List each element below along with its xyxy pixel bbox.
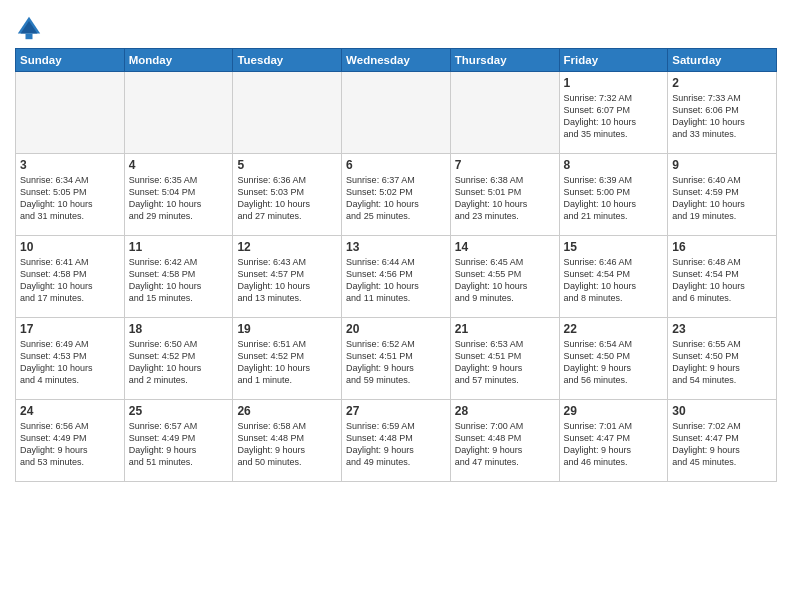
calendar-cell: 1Sunrise: 7:32 AM Sunset: 6:07 PM Daylig… [559, 72, 668, 154]
calendar-cell: 25Sunrise: 6:57 AM Sunset: 4:49 PM Dayli… [124, 400, 233, 482]
weekday-row: SundayMondayTuesdayWednesdayThursdayFrid… [16, 49, 777, 72]
cell-content: Sunrise: 6:43 AM Sunset: 4:57 PM Dayligh… [237, 256, 337, 305]
weekday-header-friday: Friday [559, 49, 668, 72]
calendar-cell: 5Sunrise: 6:36 AM Sunset: 5:03 PM Daylig… [233, 154, 342, 236]
day-number: 30 [672, 404, 772, 418]
calendar-cell [124, 72, 233, 154]
cell-content: Sunrise: 6:40 AM Sunset: 4:59 PM Dayligh… [672, 174, 772, 223]
weekday-header-sunday: Sunday [16, 49, 125, 72]
cell-content: Sunrise: 6:44 AM Sunset: 4:56 PM Dayligh… [346, 256, 446, 305]
day-number: 24 [20, 404, 120, 418]
calendar-week-2: 10Sunrise: 6:41 AM Sunset: 4:58 PM Dayli… [16, 236, 777, 318]
calendar-cell: 28Sunrise: 7:00 AM Sunset: 4:48 PM Dayli… [450, 400, 559, 482]
cell-content: Sunrise: 6:57 AM Sunset: 4:49 PM Dayligh… [129, 420, 229, 469]
calendar-cell: 11Sunrise: 6:42 AM Sunset: 4:58 PM Dayli… [124, 236, 233, 318]
cell-content: Sunrise: 6:49 AM Sunset: 4:53 PM Dayligh… [20, 338, 120, 387]
cell-content: Sunrise: 6:58 AM Sunset: 4:48 PM Dayligh… [237, 420, 337, 469]
calendar-cell [342, 72, 451, 154]
cell-content: Sunrise: 7:01 AM Sunset: 4:47 PM Dayligh… [564, 420, 664, 469]
day-number: 8 [564, 158, 664, 172]
cell-content: Sunrise: 6:56 AM Sunset: 4:49 PM Dayligh… [20, 420, 120, 469]
calendar-cell: 15Sunrise: 6:46 AM Sunset: 4:54 PM Dayli… [559, 236, 668, 318]
day-number: 25 [129, 404, 229, 418]
calendar-cell: 6Sunrise: 6:37 AM Sunset: 5:02 PM Daylig… [342, 154, 451, 236]
calendar-cell: 23Sunrise: 6:55 AM Sunset: 4:50 PM Dayli… [668, 318, 777, 400]
day-number: 9 [672, 158, 772, 172]
calendar-cell: 3Sunrise: 6:34 AM Sunset: 5:05 PM Daylig… [16, 154, 125, 236]
day-number: 3 [20, 158, 120, 172]
calendar-week-4: 24Sunrise: 6:56 AM Sunset: 4:49 PM Dayli… [16, 400, 777, 482]
day-number: 26 [237, 404, 337, 418]
cell-content: Sunrise: 7:02 AM Sunset: 4:47 PM Dayligh… [672, 420, 772, 469]
day-number: 14 [455, 240, 555, 254]
calendar-cell: 7Sunrise: 6:38 AM Sunset: 5:01 PM Daylig… [450, 154, 559, 236]
calendar-cell: 16Sunrise: 6:48 AM Sunset: 4:54 PM Dayli… [668, 236, 777, 318]
day-number: 21 [455, 322, 555, 336]
cell-content: Sunrise: 7:32 AM Sunset: 6:07 PM Dayligh… [564, 92, 664, 141]
calendar-cell: 10Sunrise: 6:41 AM Sunset: 4:58 PM Dayli… [16, 236, 125, 318]
cell-content: Sunrise: 7:00 AM Sunset: 4:48 PM Dayligh… [455, 420, 555, 469]
calendar-cell: 26Sunrise: 6:58 AM Sunset: 4:48 PM Dayli… [233, 400, 342, 482]
calendar-cell: 20Sunrise: 6:52 AM Sunset: 4:51 PM Dayli… [342, 318, 451, 400]
page: SundayMondayTuesdayWednesdayThursdayFrid… [0, 0, 792, 492]
calendar-cell: 22Sunrise: 6:54 AM Sunset: 4:50 PM Dayli… [559, 318, 668, 400]
cell-content: Sunrise: 6:41 AM Sunset: 4:58 PM Dayligh… [20, 256, 120, 305]
day-number: 19 [237, 322, 337, 336]
calendar-cell: 9Sunrise: 6:40 AM Sunset: 4:59 PM Daylig… [668, 154, 777, 236]
day-number: 27 [346, 404, 446, 418]
cell-content: Sunrise: 6:34 AM Sunset: 5:05 PM Dayligh… [20, 174, 120, 223]
calendar-cell: 12Sunrise: 6:43 AM Sunset: 4:57 PM Dayli… [233, 236, 342, 318]
calendar-cell: 19Sunrise: 6:51 AM Sunset: 4:52 PM Dayli… [233, 318, 342, 400]
header [15, 10, 777, 42]
calendar-cell: 21Sunrise: 6:53 AM Sunset: 4:51 PM Dayli… [450, 318, 559, 400]
day-number: 7 [455, 158, 555, 172]
day-number: 22 [564, 322, 664, 336]
calendar-cell: 24Sunrise: 6:56 AM Sunset: 4:49 PM Dayli… [16, 400, 125, 482]
day-number: 13 [346, 240, 446, 254]
cell-content: Sunrise: 7:33 AM Sunset: 6:06 PM Dayligh… [672, 92, 772, 141]
weekday-header-thursday: Thursday [450, 49, 559, 72]
day-number: 29 [564, 404, 664, 418]
day-number: 17 [20, 322, 120, 336]
calendar-cell: 2Sunrise: 7:33 AM Sunset: 6:06 PM Daylig… [668, 72, 777, 154]
calendar-week-1: 3Sunrise: 6:34 AM Sunset: 5:05 PM Daylig… [16, 154, 777, 236]
logo-icon [15, 14, 43, 42]
calendar-cell: 18Sunrise: 6:50 AM Sunset: 4:52 PM Dayli… [124, 318, 233, 400]
calendar-cell: 8Sunrise: 6:39 AM Sunset: 5:00 PM Daylig… [559, 154, 668, 236]
cell-content: Sunrise: 6:51 AM Sunset: 4:52 PM Dayligh… [237, 338, 337, 387]
day-number: 4 [129, 158, 229, 172]
logo-area [15, 14, 47, 42]
calendar-cell [233, 72, 342, 154]
calendar-body: 1Sunrise: 7:32 AM Sunset: 6:07 PM Daylig… [16, 72, 777, 482]
calendar-week-0: 1Sunrise: 7:32 AM Sunset: 6:07 PM Daylig… [16, 72, 777, 154]
calendar-table: SundayMondayTuesdayWednesdayThursdayFrid… [15, 48, 777, 482]
cell-content: Sunrise: 6:52 AM Sunset: 4:51 PM Dayligh… [346, 338, 446, 387]
cell-content: Sunrise: 6:45 AM Sunset: 4:55 PM Dayligh… [455, 256, 555, 305]
cell-content: Sunrise: 6:46 AM Sunset: 4:54 PM Dayligh… [564, 256, 664, 305]
day-number: 1 [564, 76, 664, 90]
day-number: 16 [672, 240, 772, 254]
cell-content: Sunrise: 6:55 AM Sunset: 4:50 PM Dayligh… [672, 338, 772, 387]
day-number: 18 [129, 322, 229, 336]
calendar-cell: 27Sunrise: 6:59 AM Sunset: 4:48 PM Dayli… [342, 400, 451, 482]
day-number: 12 [237, 240, 337, 254]
cell-content: Sunrise: 6:53 AM Sunset: 4:51 PM Dayligh… [455, 338, 555, 387]
weekday-header-tuesday: Tuesday [233, 49, 342, 72]
day-number: 10 [20, 240, 120, 254]
day-number: 23 [672, 322, 772, 336]
weekday-header-wednesday: Wednesday [342, 49, 451, 72]
cell-content: Sunrise: 6:50 AM Sunset: 4:52 PM Dayligh… [129, 338, 229, 387]
calendar-cell: 29Sunrise: 7:01 AM Sunset: 4:47 PM Dayli… [559, 400, 668, 482]
cell-content: Sunrise: 6:37 AM Sunset: 5:02 PM Dayligh… [346, 174, 446, 223]
calendar-cell: 17Sunrise: 6:49 AM Sunset: 4:53 PM Dayli… [16, 318, 125, 400]
calendar-cell: 30Sunrise: 7:02 AM Sunset: 4:47 PM Dayli… [668, 400, 777, 482]
weekday-header-saturday: Saturday [668, 49, 777, 72]
cell-content: Sunrise: 6:54 AM Sunset: 4:50 PM Dayligh… [564, 338, 664, 387]
cell-content: Sunrise: 6:59 AM Sunset: 4:48 PM Dayligh… [346, 420, 446, 469]
svg-rect-3 [26, 34, 33, 40]
calendar-header: SundayMondayTuesdayWednesdayThursdayFrid… [16, 49, 777, 72]
day-number: 11 [129, 240, 229, 254]
calendar-week-3: 17Sunrise: 6:49 AM Sunset: 4:53 PM Dayli… [16, 318, 777, 400]
day-number: 5 [237, 158, 337, 172]
cell-content: Sunrise: 6:39 AM Sunset: 5:00 PM Dayligh… [564, 174, 664, 223]
